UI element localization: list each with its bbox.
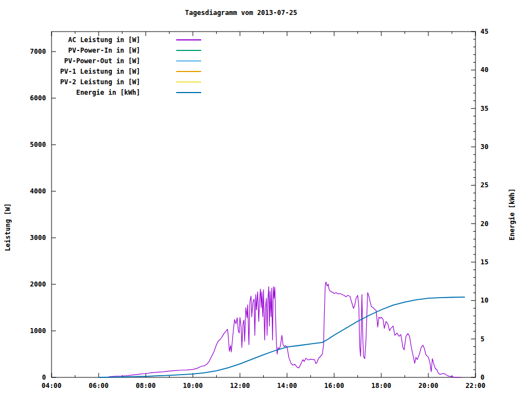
x-tick-label: 04:00 (42, 382, 62, 390)
x-tick-label: 08:00 (136, 382, 156, 390)
series-line-ac-leistung-in-w- (106, 282, 462, 377)
y-right-tick-label: 5 (480, 335, 484, 343)
legend-label: PV-1 Leistung in [W] (49, 68, 140, 75)
y-right-tick-label: 40 (480, 66, 488, 74)
y-right-tick-label: 0 (480, 374, 484, 381)
legend-item: PV-2 Leistung in [W] (49, 76, 201, 87)
legend-line-sample (176, 71, 201, 72)
legend-item: Energie in [kWh] (49, 87, 201, 98)
chart-canvas: Tagesdiagramm vom 2013-07-25 Leistung [W… (0, 0, 532, 399)
y-right-tick-label: 10 (480, 296, 488, 304)
y-left-tick-label: 5000 (30, 141, 46, 149)
legend-label: AC Leistung in [W] (49, 36, 140, 44)
legend-line-sample (176, 81, 201, 83)
y-right-tick-label: 15 (480, 258, 488, 266)
y-right-tick-label: 35 (480, 105, 488, 112)
y-left-tick-label: 6000 (30, 94, 46, 102)
y-left-tick-label: 3000 (30, 234, 46, 242)
x-tick-label: 12:00 (230, 382, 250, 390)
legend-item: PV-1 Leistung in [W] (49, 66, 201, 76)
legend-line-sample (176, 60, 201, 62)
legend-label: Energie in [kWh] (49, 89, 140, 96)
y-left-tick-label: 2000 (30, 280, 46, 288)
legend-label: PV-Power-Out in [W] (49, 57, 140, 65)
x-tick-label: 20:00 (418, 382, 438, 390)
legend-line-sample (176, 50, 201, 51)
legend-line-sample (176, 39, 201, 40)
legend-item: PV-Power-Out in [W] (49, 55, 201, 66)
x-tick-label: 06:00 (89, 382, 109, 390)
y-right-tick-label: 30 (480, 143, 488, 151)
y-left-tick-label: 4000 (30, 187, 46, 195)
y-left-tick-label: 1000 (30, 327, 46, 335)
x-tick-label: 18:00 (371, 382, 391, 390)
legend-item: PV-Power-In in [W] (49, 45, 201, 55)
x-tick-label: 14:00 (277, 382, 297, 390)
y-right-tick-label: 45 (480, 28, 488, 35)
legend-label: PV-Power-In in [W] (49, 47, 140, 54)
legend: AC Leistung in [W]PV-Power-In in [W]PV-P… (49, 34, 201, 98)
y-right-tick-label: 25 (480, 181, 488, 189)
x-tick-label: 16:00 (324, 382, 344, 390)
legend-item: AC Leistung in [W] (49, 34, 201, 45)
legend-line-sample (176, 92, 201, 93)
y-right-tick-label: 20 (480, 220, 488, 228)
x-tick-label: 22:00 (466, 382, 485, 390)
y-left-tick-label: 0 (42, 374, 46, 381)
legend-label: PV-2 Leistung in [W] (49, 78, 140, 86)
y-left-tick-label: 7000 (30, 48, 46, 55)
x-tick-label: 10:00 (183, 382, 203, 390)
